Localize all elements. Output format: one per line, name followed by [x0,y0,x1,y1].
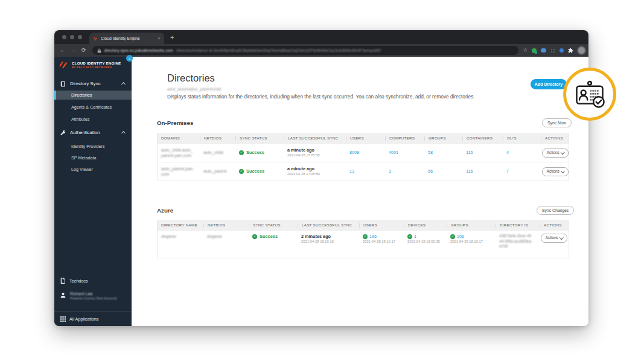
sidebar-item-techdocs[interactable]: Techdocs [54,276,132,286]
success-check-icon: ✓ [239,169,244,174]
user-organization: Peartree County (Test Account) [70,296,117,301]
column-header: LAST SUCCESSFUL SYNC [298,223,359,227]
sidebar-user[interactable]: Richard Law Peartree County (Test Accoun… [54,291,132,305]
page-title: Directories [167,72,215,84]
ous-count-link[interactable]: 4 [506,150,509,155]
directory-id-cell: 43873efa-2bce-4044-95fa-acc883eaa7d0 [499,234,533,249]
actions-button[interactable]: Actions [542,149,569,158]
column-header: USERS [346,136,385,140]
table-row: auto_child.auto_parent.pan.com auto_chil… [158,143,569,162]
tab-favicon [93,36,98,41]
on-premises-title: On-Premises [157,120,193,126]
sidebar-collapse-button[interactable]: « [126,55,133,62]
address-bar[interactable]: directory-sync.eu.paloaltonetworks.com /… [92,46,518,55]
forward-icon[interactable]: → [71,48,76,53]
url-domain: directory-sync.eu.paloaltonetworks.com [104,48,173,53]
user-icon [60,292,66,298]
containers-count-link[interactable]: 116 [466,150,473,155]
palo-alto-logo-icon [59,61,69,69]
sidebar-item-log-viewer[interactable]: Log Viewer [54,165,132,174]
groups-count-link[interactable]: 206 [457,234,464,239]
sidebar-item-sp-metadata[interactable]: SP Metadata [54,153,132,162]
bookmark-star-icon[interactable]: ☆ [523,48,528,53]
sidebar-item-label: Agents & Certificates [71,104,112,110]
apps-grid-icon [60,316,66,322]
ous-count-link[interactable]: 7 [506,168,509,174]
nav-section-directory-sync[interactable]: Directory Sync [54,78,132,89]
key-icon [60,130,66,136]
sidebar-item-label: Directories [71,92,92,98]
users-count-link[interactable]: 8008 [349,150,359,155]
id-card-check-icon [573,80,606,109]
caret-down-icon [560,235,563,239]
column-header: GROUPS [424,136,462,140]
devices-count-link[interactable]: 1 [414,234,416,239]
column-header: NETBIOS [203,223,249,227]
chevron-up-icon[interactable] [121,82,126,86]
nav-section-authentication[interactable]: Authentication [54,127,132,138]
browser-tab[interactable]: Cloud Identity Engine × [89,33,164,44]
sidebar-item-directories[interactable]: Directories [54,91,132,100]
groups-count-link[interactable]: 56 [428,168,433,174]
success-check-icon: ✓ [239,150,244,155]
column-header: USERS [359,223,404,227]
user-name: Richard Law [70,291,117,296]
maximize-window-button[interactable] [78,35,82,39]
users-count-link[interactable]: 13 [349,168,354,174]
sidebar-item-attributes[interactable]: Attributes [54,115,132,124]
sidebar-item-all-applications[interactable]: All Applications [54,311,132,326]
last-sync-cell: 2 minutes ago 2021-04-28 18:10:18 [298,234,359,245]
column-header: DEVICES [404,223,447,227]
groups-count-link[interactable]: 58 [428,150,433,155]
url-path: /directory/instance-id.html#/8gmBuy8O8gM… [176,48,381,53]
actions-button[interactable]: Actions [542,167,569,176]
actions-button[interactable]: Actions [541,234,567,243]
sync-status-cell: ✓ Success [235,150,284,156]
sync-now-button[interactable]: Sync Now [542,118,572,127]
column-header: SYNC STATUS [249,223,298,227]
extensions-puzzle-icon[interactable] [568,48,573,53]
computers-count-link[interactable]: 3 [389,168,391,174]
reload-icon[interactable]: ⟳ [81,48,86,53]
extension-icon-2[interactable] [541,48,546,53]
column-header: NETBIOS [200,136,235,140]
computers-count-link[interactable]: 4001 [389,150,398,155]
groups-cell: ✓ 206 2021-04-28 18:10:17 [447,234,496,245]
app-viewport: « CLOUD IDENTITY ENGINE BY PALO ALTO NET… [54,57,588,326]
close-window-button[interactable] [62,35,66,39]
minimize-window-button[interactable] [70,35,74,39]
column-header: ACTIONS [540,223,569,227]
techdocs-label: Techdocs [69,278,88,284]
sidebar-item-label: Log Viewer [71,167,93,172]
extension-icon-4[interactable] [560,48,564,53]
containers-count-link[interactable]: 116 [466,168,473,174]
column-header: ACTIONS [541,136,569,140]
browser-tab-strip: Cloud Identity Engine × + [54,30,588,44]
column-header: DIRECTORY ID [496,223,540,227]
logo-title: CLOUD IDENTITY ENGINE [72,61,121,65]
browser-window: Cloud Identity Engine × + ← → ⟳ director… [54,30,588,326]
page: Cloud Identity Engine × + ← → ⟳ director… [0,0,644,358]
new-tab-button[interactable]: + [170,34,174,41]
browser-profile-avatar[interactable] [578,46,585,54]
extension-icon-3[interactable] [550,48,555,53]
sidebar-item-label: Attributes [71,117,89,122]
window-controls[interactable] [62,35,82,39]
tab-close-icon[interactable]: × [158,36,161,41]
sidebar-item-agents-certificates[interactable]: Agents & Certificates [54,103,132,112]
sidebar-item-identity-providers[interactable]: Identity Providers [54,142,132,151]
on-premises-table: DOMAINS NETBIOS SYNC STATUS LAST SUCCESS… [157,133,569,181]
toolbar-right: ☆ ⋮ [523,46,588,54]
success-check-icon: ✓ [252,234,257,239]
back-icon[interactable]: ← [60,48,65,53]
app-logo: CLOUD IDENTITY ENGINE BY PALO ALTO NETWO… [59,61,121,69]
success-check-icon: ✓ [450,234,455,239]
sync-changes-button[interactable]: Sync Changes [537,206,574,215]
directory-name-cell: dxqanw [161,234,176,239]
chevron-up-icon[interactable] [121,131,126,135]
add-directory-button[interactable]: Add Directory [531,79,567,89]
users-cell: ✓ 196 2021-04-28 18:10:17 [359,234,404,245]
extension-icon-1[interactable] [532,48,537,53]
users-count-link[interactable]: 196 [369,234,377,239]
tab-title: Cloud Identity Engine [101,36,155,40]
